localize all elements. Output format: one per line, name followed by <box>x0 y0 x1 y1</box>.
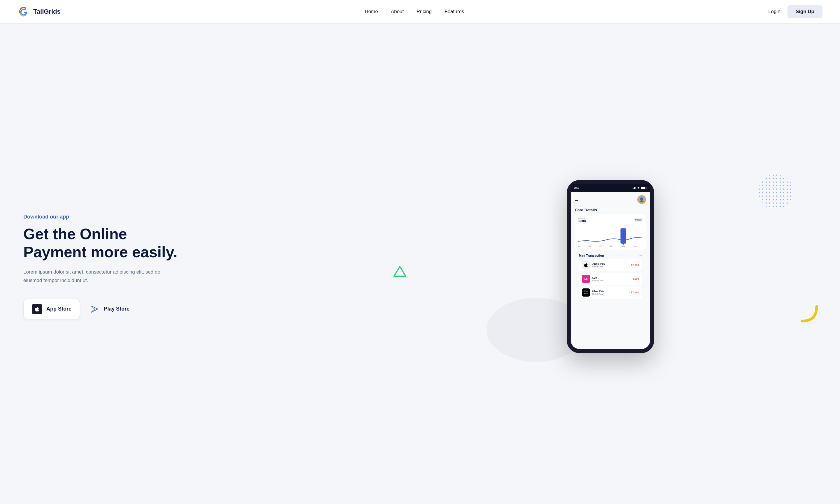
app-header: 👤 <box>571 192 650 206</box>
chart-income-info: Income 8,000 <box>578 217 586 223</box>
card-more-icon: ··· <box>642 208 646 212</box>
svg-rect-10 <box>646 187 647 188</box>
svg-text:JUN: JUN <box>634 245 637 247</box>
tx-name: Lyft <box>593 276 603 279</box>
triangle-decoration <box>393 265 407 280</box>
svg-point-7 <box>638 188 639 189</box>
month-selector[interactable]: Month <box>634 218 643 222</box>
transaction-ubereats: UberEats Uber Eats Debit Card - $1,600 <box>579 286 642 299</box>
svg-rect-9 <box>641 187 645 189</box>
hero-section: Download our app Get the Online Payment … <box>0 23 840 504</box>
svg-text:MAR: MAR <box>599 245 602 247</box>
chart-svg: 12k JAN FEB MAR APR MAY JUN <box>578 224 643 247</box>
svg-rect-11 <box>620 229 626 244</box>
ubereats-logo: UberEats <box>582 288 590 296</box>
svg-text:JAN: JAN <box>578 245 580 247</box>
appstore-button[interactable]: App Store <box>23 299 80 319</box>
phone-notch <box>599 184 622 191</box>
transactions-section: May Transaction ··· <box>575 252 646 302</box>
phone-screen: 👤 Card Details ··· Income <box>571 192 650 349</box>
tx-name: Apple Pay <box>593 263 605 265</box>
hero-description: Lorem ipsum dolor sit amet, consectetur … <box>23 268 163 285</box>
transaction-lyft: lyft Lyft Debit Card - $500 <box>579 273 642 285</box>
applepay-logo <box>582 261 590 269</box>
svg-text:MAY: MAY <box>621 245 625 247</box>
login-button[interactable]: Login <box>768 9 781 15</box>
svg-rect-5 <box>634 187 635 190</box>
phone-time: 9:41 <box>574 186 579 190</box>
tx-type: Debit Card <box>593 279 603 282</box>
logo-link[interactable]: TailGrids <box>17 5 61 18</box>
svg-text:APR: APR <box>609 245 613 247</box>
hero-buttons: App Store Play Store <box>23 299 192 319</box>
svg-rect-4 <box>634 187 634 190</box>
card-details-header: Card Details ··· <box>575 208 646 212</box>
transaction-apple-pay: Apple Pay Debit Card - $2,000 <box>579 259 642 271</box>
navbar: TailGrids Home About Pricing Features Lo… <box>0 0 840 23</box>
brand-name: TailGrids <box>33 8 61 15</box>
hero-right: 9:41 👤 <box>404 180 817 353</box>
tx-amount: - $1,600 <box>630 291 639 294</box>
transactions-header: May Transaction ··· <box>579 254 642 257</box>
svg-rect-2 <box>758 174 793 209</box>
arc-decoration <box>799 304 820 324</box>
transactions-title: May Transaction <box>579 254 604 257</box>
svg-text:FEB: FEB <box>588 245 591 247</box>
card-details-section: Card Details ··· Income 8,000 Month <box>571 206 650 304</box>
nav-pricing[interactable]: Pricing <box>416 9 432 14</box>
chart-area: Income 8,000 Month 12k <box>575 214 646 250</box>
card-details-title: Card Details <box>575 208 597 212</box>
svg-rect-6 <box>635 187 636 190</box>
dots-decoration <box>758 174 793 209</box>
income-label: Income <box>578 217 586 219</box>
signup-button[interactable]: Sign Up <box>788 5 823 18</box>
hamburger-icon <box>575 199 580 201</box>
lyft-logo: lyft <box>582 275 590 283</box>
nav-auth: Login Sign Up <box>768 5 823 18</box>
tx-type: Debit Card <box>593 293 605 295</box>
nav-about[interactable]: About <box>391 9 404 14</box>
avatar: 👤 <box>637 195 646 204</box>
appstore-label: App Store <box>46 306 71 312</box>
hero-subtitle: Download our app <box>23 214 192 220</box>
chart-income-row: Income 8,000 Month <box>578 217 643 223</box>
svg-text:12k: 12k <box>622 226 625 228</box>
phone-mockup: 9:41 👤 <box>567 180 654 353</box>
tx-amount: - $2,000 <box>630 264 639 267</box>
nav-home[interactable]: Home <box>365 9 378 14</box>
nav-features[interactable]: Features <box>445 9 464 14</box>
transactions-more-icon: ··· <box>639 254 642 257</box>
nav-links: Home About Pricing Features <box>365 9 464 15</box>
tx-name: Uber Eats <box>593 290 605 293</box>
hero-title: Get the Online Payment more easily. <box>23 225 192 261</box>
phone-status-icons <box>633 187 647 190</box>
logo-icon <box>17 5 30 18</box>
play-icon <box>89 304 100 314</box>
playstore-label: Play Store <box>104 306 130 312</box>
svg-rect-3 <box>633 188 633 190</box>
income-value: 8,000 <box>578 219 586 223</box>
apple-icon <box>32 304 42 314</box>
phone-shell: 9:41 👤 <box>567 180 654 353</box>
hero-left: Download our app Get the Online Payment … <box>23 214 192 319</box>
playstore-button[interactable]: Play Store <box>88 299 131 319</box>
svg-point-19 <box>622 243 624 245</box>
tx-type: Debit Card <box>593 265 605 268</box>
tx-amount: - $500 <box>632 277 639 280</box>
